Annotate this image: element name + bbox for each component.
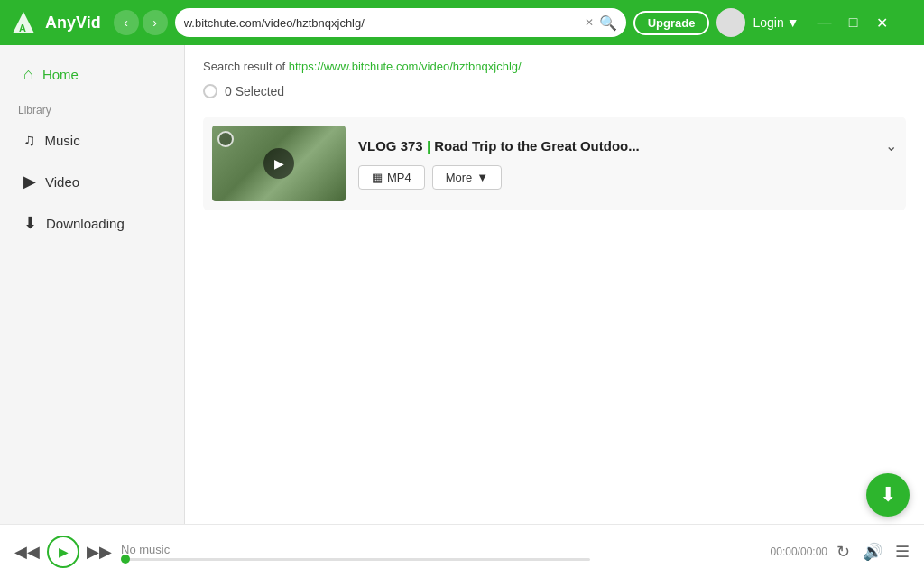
play-overlay-button[interactable]: ▶ [263,148,294,179]
sidebar-item-music[interactable]: ♫ Music [5,122,179,159]
app-title: AnyVid [45,14,101,33]
address-text: w.bitchute.com/video/hztbnqxjchlg/ [184,16,579,30]
result-title-desc: Road Trip to the Great Outdoo... [430,138,640,154]
more-label: More [446,171,473,184]
thumbnail-select-circle[interactable] [217,131,234,147]
search-icon[interactable]: 🔍 [599,14,617,32]
selected-count: 0 Selected [225,84,284,98]
time-display: 00:00/00:00 [771,545,827,558]
sidebar-item-video-label: Video [45,174,79,190]
search-result-url[interactable]: https://www.bitchute.com/video/hztbnqxjc… [289,60,522,73]
track-info: No music [121,543,762,561]
logo-area: A AnyVid [9,8,101,37]
volume-button[interactable]: 🔊 [863,542,882,562]
sidebar-item-music-label: Music [45,133,80,148]
mp4-label: MP4 [387,171,411,184]
queue-button[interactable]: ☰ [895,542,910,562]
repeat-button[interactable]: ↻ [836,542,850,562]
search-result-prefix: Search result of [203,60,289,73]
player-controls: ◀◀ ▶ ▶▶ [14,536,112,568]
player-bar: ◀◀ ▶ ▶▶ No music 00:00/00:00 ↻ 🔊 ☰ [0,524,924,578]
window-controls: — □ ✕ [814,12,893,33]
clear-address-button[interactable]: ✕ [585,16,594,29]
results-list: ▶ VLOG 373 | Road Trip to the Great Outd… [185,117,924,524]
progress-dot [121,555,130,564]
address-bar[interactable]: w.bitchute.com/video/hztbnqxjchlg/ ✕ 🔍 [175,8,626,37]
sidebar-item-home[interactable]: ⌂ Home [5,56,179,93]
thumbnail[interactable]: ▶ [212,126,346,201]
login-button[interactable]: Login ▼ [753,15,799,30]
download-fab[interactable]: ⬇ [866,473,910,517]
result-title: VLOG 373 | Road Trip to the Great Outdoo… [358,138,640,154]
music-icon: ♫ [23,131,36,150]
more-chevron-icon: ▼ [476,171,488,184]
select-all-radio[interactable] [203,84,217,98]
titlebar: A AnyVid ‹ › w.bitchute.com/video/hztbnq… [0,0,924,45]
home-icon: ⌂ [23,65,33,84]
content-header: Search result of https://www.bitchute.co… [185,45,924,117]
content-area: Search result of https://www.bitchute.co… [185,45,924,524]
back-button[interactable]: ‹ [114,10,139,35]
close-button[interactable]: ✕ [872,12,893,33]
forward-button[interactable]: › [143,10,168,35]
svg-text:A: A [19,23,26,33]
progress-bar[interactable] [121,558,590,561]
selection-row: 0 Selected [203,84,906,98]
next-button[interactable]: ▶▶ [87,542,112,562]
more-button[interactable]: More ▼ [432,165,503,190]
sidebar-item-home-label: Home [42,67,79,82]
play-pause-button[interactable]: ▶ [47,536,79,568]
player-right-controls: ↻ 🔊 ☰ [836,542,910,562]
prev-button[interactable]: ◀◀ [14,542,40,562]
sidebar-item-downloading[interactable]: ⬇ Downloading [5,204,179,242]
mp4-button[interactable]: ▦ MP4 [358,165,425,190]
nav-buttons: ‹ › [114,10,168,35]
chevron-down-icon: ▼ [787,15,799,30]
result-title-row: VLOG 373 | Road Trip to the Great Outdoo… [358,137,897,154]
minimize-button[interactable]: — [814,12,836,33]
sidebar: ⌂ Home Library ♫ Music ▶ Video ⬇ Downloa… [0,45,185,524]
user-avatar [716,8,745,37]
library-label: Library [0,95,184,120]
mp4-icon: ▦ [372,171,383,184]
sidebar-item-downloading-label: Downloading [46,216,125,231]
result-info: VLOG 373 | Road Trip to the Great Outdoo… [358,137,897,190]
result-card: ▶ VLOG 373 | Road Trip to the Great Outd… [203,117,906,210]
expand-button[interactable]: ⌄ [885,137,897,154]
no-music-label: No music [121,543,762,556]
search-result-label: Search result of https://www.bitchute.co… [203,60,906,73]
action-buttons: ▦ MP4 More ▼ [358,165,897,190]
logo-icon: A [9,8,38,37]
result-title-vlog: VLOG 373 [358,138,427,154]
sidebar-item-video[interactable]: ▶ Video [5,163,179,200]
main-area: ⌂ Home Library ♫ Music ▶ Video ⬇ Downloa… [0,45,924,524]
maximize-button[interactable]: □ [843,12,864,33]
video-icon: ▶ [23,172,36,191]
download-icon: ⬇ [23,213,37,233]
upgrade-button[interactable]: Upgrade [633,11,710,35]
